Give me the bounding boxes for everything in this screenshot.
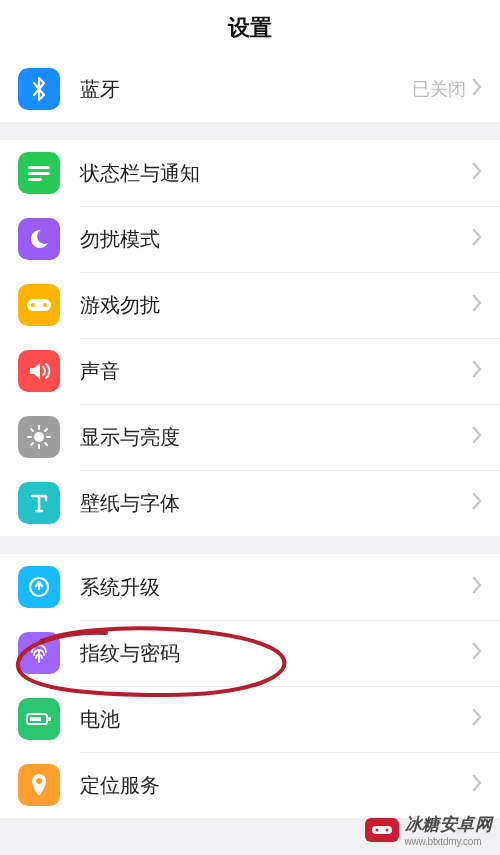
settings-group-3: 系统升级 指纹与密码 电池 定位服务 <box>0 554 500 818</box>
watermark-url: www.btxtdmy.com <box>405 836 493 847</box>
chevron-right-icon <box>472 576 482 598</box>
sound-icon <box>18 350 60 392</box>
row-display[interactable]: 显示与亮度 <box>0 404 500 470</box>
watermark-badge-icon <box>365 818 399 842</box>
moon-icon <box>18 218 60 260</box>
row-label: 电池 <box>80 706 472 733</box>
watermark-brand: 冰糖安卓网 <box>405 813 493 836</box>
watermark: 冰糖安卓网 www.btxtdmy.com <box>365 813 493 847</box>
row-status-bar[interactable]: 状态栏与通知 <box>0 140 500 206</box>
svg-point-19 <box>36 778 42 784</box>
chevron-right-icon <box>472 360 482 382</box>
svg-line-14 <box>45 429 47 431</box>
fingerprint-icon <box>18 632 60 674</box>
chevron-right-icon <box>472 294 482 316</box>
row-sound[interactable]: 声音 <box>0 338 500 404</box>
chevron-right-icon <box>472 162 482 184</box>
row-label: 指纹与密码 <box>80 640 472 667</box>
row-label: 壁纸与字体 <box>80 490 472 517</box>
svg-rect-20 <box>372 826 392 834</box>
svg-point-6 <box>34 432 44 442</box>
row-label: 游戏勿扰 <box>80 292 472 319</box>
svg-point-4 <box>31 303 35 307</box>
chevron-right-icon <box>472 492 482 514</box>
row-dnd[interactable]: 勿扰模式 <box>0 206 500 272</box>
row-status: 已关闭 <box>412 77 466 101</box>
svg-point-5 <box>43 303 47 307</box>
row-location[interactable]: 定位服务 <box>0 752 500 818</box>
status-bar-icon <box>18 152 60 194</box>
chevron-right-icon <box>472 78 482 100</box>
chevron-right-icon <box>472 774 482 796</box>
row-label: 定位服务 <box>80 772 472 799</box>
bluetooth-icon <box>18 68 60 110</box>
watermark-text: 冰糖安卓网 www.btxtdmy.com <box>405 813 493 847</box>
battery-icon <box>18 698 60 740</box>
header: 设置 <box>0 0 500 56</box>
page-title: 设置 <box>228 13 272 43</box>
row-fingerprint[interactable]: 指纹与密码 <box>0 620 500 686</box>
svg-rect-1 <box>28 172 50 175</box>
chevron-right-icon <box>472 228 482 250</box>
row-label: 显示与亮度 <box>80 424 472 451</box>
svg-line-12 <box>45 443 47 445</box>
svg-rect-3 <box>27 299 51 311</box>
row-label: 状态栏与通知 <box>80 160 472 187</box>
chevron-right-icon <box>472 642 482 664</box>
svg-rect-0 <box>28 166 50 169</box>
brightness-icon <box>18 416 60 458</box>
row-battery[interactable]: 电池 <box>0 686 500 752</box>
row-bluetooth[interactable]: 蓝牙 已关闭 <box>0 56 500 122</box>
row-label: 勿扰模式 <box>80 226 472 253</box>
svg-rect-2 <box>28 178 42 181</box>
settings-group-2: 状态栏与通知 勿扰模式 游戏勿扰 声音 显示与亮 <box>0 140 500 536</box>
text-icon <box>18 482 60 524</box>
row-game-dnd[interactable]: 游戏勿扰 <box>0 272 500 338</box>
row-system-update[interactable]: 系统升级 <box>0 554 500 620</box>
svg-point-22 <box>385 829 388 832</box>
chevron-right-icon <box>472 708 482 730</box>
row-label: 系统升级 <box>80 574 472 601</box>
chevron-right-icon <box>472 426 482 448</box>
gamepad-icon <box>18 284 60 326</box>
row-wallpaper[interactable]: 壁纸与字体 <box>0 470 500 536</box>
location-icon <box>18 764 60 806</box>
svg-line-13 <box>31 443 33 445</box>
svg-rect-18 <box>30 717 41 721</box>
svg-point-21 <box>375 829 378 832</box>
row-label: 蓝牙 <box>80 76 412 103</box>
svg-line-11 <box>31 429 33 431</box>
row-label: 声音 <box>80 358 472 385</box>
update-icon <box>18 566 60 608</box>
settings-group-1: 蓝牙 已关闭 <box>0 56 500 122</box>
svg-rect-17 <box>48 717 51 721</box>
